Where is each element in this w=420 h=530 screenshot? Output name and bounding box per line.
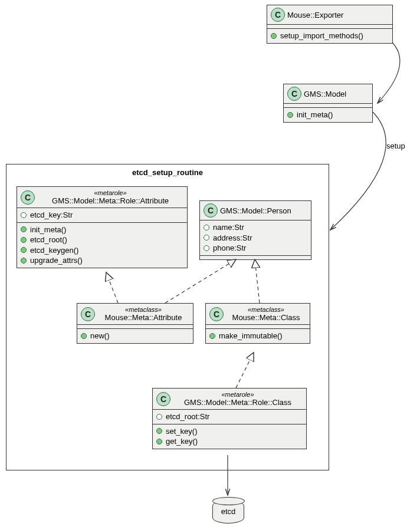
class-icon: C (81, 307, 95, 321)
class-gms-model-person: C GMS::Model::Person name:Str address:St… (199, 200, 311, 260)
attribute: name:Str (204, 222, 307, 233)
stereotype: «metaclass» (248, 306, 284, 313)
class-mouse-meta-class: C «metaclass» Mouse::Meta::Class make_im… (205, 303, 310, 344)
edge-label-setup: setup (386, 141, 405, 150)
class-icon: C (271, 8, 285, 22)
method: setup_import_methods() (271, 31, 389, 41)
attribute: address:Str (204, 233, 307, 243)
class-name: Mouse::Meta::Attribute (105, 313, 182, 322)
class-name: GMS::Model::Meta::Role::Attribute (52, 196, 169, 205)
method: make_immutable() (209, 331, 306, 341)
stereotype: «metarole» (94, 189, 126, 196)
method: init_meta() (287, 110, 369, 120)
class-icon: C (209, 307, 224, 321)
method: etcd_root() (21, 235, 183, 245)
class-name: GMS::Model::Person (220, 206, 291, 215)
method: upgrade_attrs() (21, 255, 183, 266)
method: etcd_keygen() (21, 245, 183, 256)
class-name: GMS::Model (304, 90, 346, 98)
class-name: GMS::Model::Meta::Role::Class (184, 398, 291, 407)
method: get_key() (156, 436, 303, 447)
class-gms-model: C GMS::Model init_meta() (283, 84, 373, 123)
class-mouse-exporter: C Mouse::Exporter setup_import_methods() (267, 5, 393, 44)
class-icon: C (156, 392, 170, 406)
class-name: Mouse::Exporter (287, 11, 343, 19)
method: new() (81, 331, 189, 341)
attribute: etcd_root:Str (156, 412, 303, 422)
class-role-attribute: C «metarole» GMS::Model::Meta::Role::Att… (17, 186, 188, 268)
class-role-class: C «metarole» GMS::Model::Meta::Role::Cla… (152, 388, 307, 449)
database-etcd: etcd (212, 500, 244, 524)
db-label: etcd (221, 507, 236, 516)
class-icon: C (204, 203, 218, 218)
package-title: etcd_setup_routine (6, 168, 329, 177)
class-icon: C (21, 190, 35, 205)
stereotype: «metaclass» (125, 306, 162, 313)
class-name: Mouse::Meta::Class (232, 313, 300, 322)
method: init_meta() (21, 225, 183, 235)
attribute: etcd_key:Str (21, 210, 183, 220)
stereotype: «metarole» (221, 391, 254, 398)
method: set_key() (156, 426, 303, 437)
class-icon: C (287, 87, 301, 101)
attribute: phone:Str (204, 243, 307, 254)
class-mouse-meta-attribute: C «metaclass» Mouse::Meta::Attribute new… (77, 303, 193, 344)
